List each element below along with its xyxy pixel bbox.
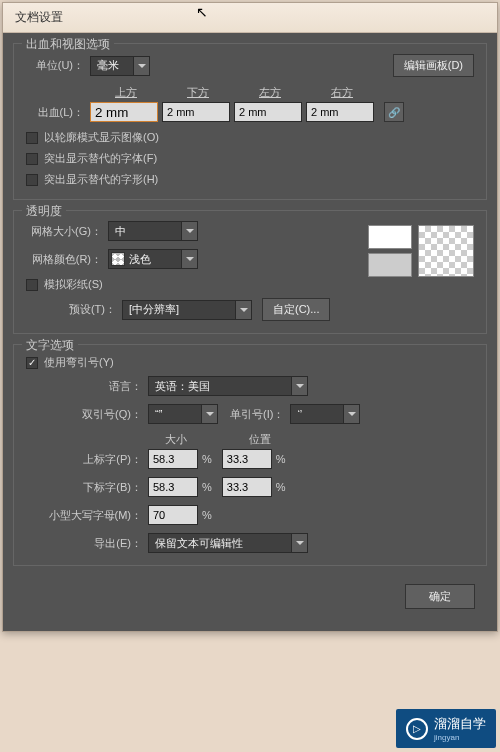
language-dropdown[interactable]: 英语：美国 [148,376,308,396]
outline-mode-checkbox[interactable]: 以轮廓模式显示图像(O) [26,130,474,145]
single-quote-dropdown[interactable]: ‘’ [290,404,360,424]
export-value: 保留文本可编辑性 [149,536,291,551]
export-label: 导出(E)： [26,536,142,551]
outline-mode-label: 以轮廓模式显示图像(O) [44,130,159,145]
subscript-pos-input[interactable] [222,477,272,497]
text-group-title: 文字选项 [22,337,78,354]
superscript-size-input[interactable] [148,449,198,469]
play-icon: ▷ [406,718,428,740]
double-quote-label: 双引号(Q)： [26,407,142,422]
bleed-label: 出血(L)： [26,105,84,120]
checkbox-icon [26,153,38,165]
unit-label: 单位(U)： [26,58,84,73]
chevron-down-icon [181,222,197,240]
edit-artboards-button[interactable]: 编辑画板(D) [393,54,474,77]
bleed-group-title: 出血和视图选项 [22,36,114,53]
checkbox-icon [26,174,38,186]
bleed-right-label: 右方 [306,85,378,100]
swatch-checker-preview [418,225,474,277]
highlight-font-label: 突出显示替代的字体(F) [44,151,157,166]
link-icon[interactable] [384,102,404,122]
single-quote-label: 单引号(I)： [230,407,284,422]
watermark-sub: jingyan [434,733,486,742]
watermark: ▷ 溜溜自学 jingyan [396,709,496,748]
bleed-right-input[interactable] [306,102,374,122]
unit-value: 毫米 [91,58,133,73]
subscript-label: 下标字(B)： [26,480,142,495]
checkbox-icon [26,279,38,291]
bleed-group: 出血和视图选项 单位(U)： 毫米 编辑画板(D) 上方 下方 左方 右方 出血… [13,43,487,200]
percent-label: % [276,481,286,493]
percent-label: % [276,453,286,465]
chevron-down-icon [133,57,149,75]
grid-color-label: 网格颜色(R)： [26,252,102,267]
percent-label: % [202,509,212,521]
chevron-down-icon [235,301,251,319]
double-quote-value: “” [149,408,201,420]
unit-dropdown[interactable]: 毫米 [90,56,150,76]
export-dropdown[interactable]: 保留文本可编辑性 [148,533,308,553]
double-quote-dropdown[interactable]: “” [148,404,218,424]
custom-button[interactable]: 自定(C)... [262,298,330,321]
chevron-down-icon [291,534,307,552]
preset-value: [中分辨率] [123,302,235,317]
grid-color-value: 浅色 [129,252,181,267]
subscript-size-input[interactable] [148,477,198,497]
watermark-brand: 溜溜自学 [434,715,486,733]
position-header: 位置 [232,432,288,447]
chevron-down-icon [343,405,359,423]
bleed-bottom-input[interactable] [162,102,230,122]
smallcaps-label: 小型大写字母(M)： [26,508,142,523]
percent-label: % [202,453,212,465]
curly-quotes-label: 使用弯引号(Y) [44,355,114,370]
checkbox-icon [26,132,38,144]
percent-label: % [202,481,212,493]
transparency-group-title: 透明度 [22,203,66,220]
swatch-white[interactable] [368,225,412,249]
smallcaps-input[interactable] [148,505,198,525]
transparency-group: 透明度 网格大小(G)： 中 网格颜色(R)： 浅色 [13,210,487,334]
highlight-font-checkbox[interactable]: 突出显示替代的字体(F) [26,151,474,166]
simulate-paper-checkbox[interactable]: 模拟彩纸(S) [26,277,368,292]
chevron-down-icon [291,377,307,395]
size-header: 大小 [148,432,204,447]
swatch-gray[interactable] [368,253,412,277]
checkbox-checked-icon [26,357,38,369]
superscript-label: 上标字(P)： [26,452,142,467]
dialog-content: 出血和视图选项 单位(U)： 毫米 编辑画板(D) 上方 下方 左方 右方 出血… [3,33,497,631]
grid-color-dropdown[interactable]: 浅色 [108,249,198,269]
chevron-down-icon [201,405,217,423]
titlebar: 文档设置 [3,3,497,33]
curly-quotes-checkbox[interactable]: 使用弯引号(Y) [26,355,474,370]
window-title: 文档设置 [15,10,63,24]
bleed-left-label: 左方 [234,85,306,100]
preset-label: 预设(T)： [26,302,116,317]
text-group: 文字选项 使用弯引号(Y) 语言： 英语：美国 双引号(Q)： “” 单引号(I… [13,344,487,566]
single-quote-value: ‘’ [291,408,343,420]
grid-size-value: 中 [109,224,181,239]
dialog-window: 文档设置 ↖ 出血和视图选项 单位(U)： 毫米 编辑画板(D) 上方 下方 左… [2,2,498,632]
highlight-glyph-label: 突出显示替代的字形(H) [44,172,158,187]
bleed-top-input[interactable] [90,102,158,122]
highlight-glyph-checkbox[interactable]: 突出显示替代的字形(H) [26,172,474,187]
bleed-bottom-label: 下方 [162,85,234,100]
language-value: 英语：美国 [149,379,291,394]
superscript-pos-input[interactable] [222,449,272,469]
bleed-left-input[interactable] [234,102,302,122]
preset-dropdown[interactable]: [中分辨率] [122,300,252,320]
simulate-paper-label: 模拟彩纸(S) [44,277,103,292]
language-label: 语言： [26,379,142,394]
chevron-down-icon [181,250,197,268]
grid-size-label: 网格大小(G)： [26,224,102,239]
ok-button[interactable]: 确定 [405,584,475,609]
button-bar: 确定 [13,576,487,621]
bleed-top-label: 上方 [90,85,162,100]
swatch-inline-icon [111,252,125,266]
grid-size-dropdown[interactable]: 中 [108,221,198,241]
